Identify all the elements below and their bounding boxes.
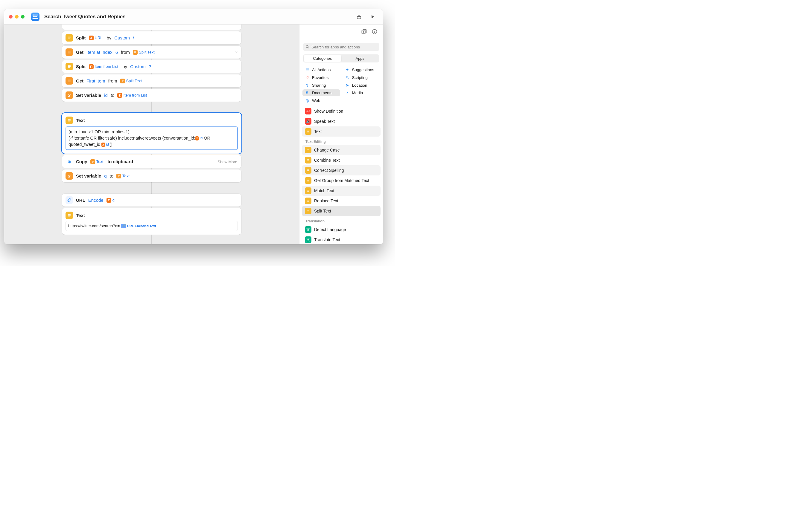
- category-favorites[interactable]: ♡Favorites: [302, 74, 340, 81]
- param-separator-value[interactable]: /: [133, 35, 134, 41]
- param-mode[interactable]: First Item: [86, 78, 105, 83]
- action-item-show-definition[interactable]: AªShow Definition: [302, 107, 381, 116]
- svg-point-0: [33, 14, 34, 16]
- info-button[interactable]: [372, 29, 378, 36]
- segment-apps[interactable]: Apps: [341, 55, 379, 62]
- action-set-variable-id[interactable]: x Set variable id to ◧ Item from List: [62, 89, 242, 102]
- window-title: Search Tweet Quotes and Replies: [44, 14, 126, 20]
- input-token-text[interactable]: Text: [90, 159, 105, 164]
- input-token-item-from-list[interactable]: ◧ Item from List: [117, 93, 148, 98]
- action-item-speak-text[interactable]: 🔊Speak Text: [302, 116, 381, 127]
- workflow-editor[interactable]: Split x URL by Custom / Get Item at Inde…: [4, 25, 299, 244]
- variable-token-url-encoded[interactable]: 🔗URL Encoded Text: [121, 224, 156, 229]
- variable-token-id[interactable]: xid: [101, 142, 108, 147]
- category-all-actions[interactable]: ☰All Actions: [302, 66, 340, 73]
- param-index[interactable]: 6: [116, 50, 118, 55]
- input-token-split-text[interactable]: Split Text: [133, 50, 156, 55]
- text-body-editor[interactable]: (min_faves:1 OR min_replies:1) (-filter:…: [66, 127, 238, 150]
- input-token-item-from-list[interactable]: ◧ Item from List: [89, 64, 120, 69]
- action-get-item-at-index[interactable]: Get Item at Index 6 from Split Text ×: [62, 46, 242, 59]
- group-heading-text-editing: Text Editing: [302, 137, 381, 145]
- app-window: Search Tweet Quotes and Replies Split: [4, 9, 383, 244]
- text-action-icon: [66, 116, 73, 124]
- action-item-text[interactable]: ≡Text: [302, 127, 381, 137]
- svg-point-1: [36, 16, 37, 17]
- minimize-window-button[interactable]: [15, 15, 19, 19]
- action-set-variable-q[interactable]: x Set variable q to Text: [62, 169, 242, 182]
- svg-rect-5: [69, 160, 71, 163]
- action-item-correct-spelling[interactable]: ≡Correct Spelling: [302, 165, 381, 176]
- search-input[interactable]: [303, 43, 379, 51]
- category-sharing[interactable]: ⇧Sharing: [302, 82, 340, 89]
- category-location[interactable]: ➤Location: [343, 82, 380, 89]
- category-media[interactable]: ♪Media: [343, 89, 380, 96]
- action-text-url[interactable]: Text https://twitter.com/search?q= 🔗URL …: [62, 208, 242, 235]
- clipboard-action-icon: [66, 158, 73, 165]
- clear-input-button[interactable]: ×: [235, 50, 238, 55]
- param-separator-type[interactable]: Custom: [130, 64, 146, 69]
- action-item-change-case[interactable]: ≡Change Case: [302, 145, 381, 155]
- titlebar: Search Tweet Quotes and Replies: [4, 9, 383, 25]
- action-item-match-text[interactable]: ≡Match Text: [302, 186, 381, 196]
- category-grid: ☰All Actions ✦Suggestions ♡Favorites ✎Sc…: [300, 65, 383, 107]
- action-item-translate-text[interactable]: 文Translate Text: [302, 235, 381, 244]
- param-separator-type[interactable]: Custom: [114, 35, 130, 41]
- category-documents[interactable]: 🗎Documents: [302, 89, 340, 96]
- svg-point-2: [34, 18, 35, 19]
- param-variable-name[interactable]: q: [104, 174, 106, 179]
- list-action-icon: [66, 77, 73, 85]
- input-token-url[interactable]: x URL: [89, 35, 104, 41]
- action-item-detect-language[interactable]: 文Detect Language: [302, 224, 381, 235]
- action-split-url[interactable]: Split x URL by Custom /: [62, 31, 242, 44]
- action-item-combine-text[interactable]: ≡Combine Text: [302, 155, 381, 165]
- zoom-window-button[interactable]: [21, 15, 25, 19]
- segment-categories[interactable]: Categories: [304, 55, 341, 62]
- category-web[interactable]: ◎Web: [302, 97, 340, 104]
- variable-token-id[interactable]: xid: [195, 136, 203, 141]
- category-suggestions[interactable]: ✦Suggestions: [343, 66, 380, 73]
- category-scripting[interactable]: ✎Scripting: [343, 74, 380, 81]
- param-mode[interactable]: Item at Index: [86, 50, 112, 55]
- library-toggle-button[interactable]: [361, 29, 367, 36]
- text-cursor: [111, 142, 112, 147]
- action-get-first-item[interactable]: Get First Item from Split Text: [62, 74, 242, 87]
- param-encode-mode[interactable]: Encode: [88, 197, 103, 203]
- variable-action-icon: x: [66, 91, 73, 99]
- variable-action-icon: x: [66, 172, 73, 180]
- text-action-icon: [66, 34, 73, 42]
- url-action-icon: [66, 196, 73, 204]
- library-mode-segment[interactable]: Categories Apps: [303, 54, 379, 62]
- action-list[interactable]: AªShow Definition 🔊Speak Text ≡Text Text…: [300, 107, 383, 244]
- group-heading-translation: Translation: [302, 216, 381, 224]
- previous-action-stub: [62, 25, 242, 30]
- run-button[interactable]: [368, 12, 378, 21]
- traffic-lights: [9, 15, 25, 19]
- list-action-icon: [66, 48, 73, 56]
- action-url-encode[interactable]: URL Encode x q: [62, 194, 242, 207]
- input-token-q[interactable]: x q: [106, 198, 116, 203]
- param-separator-value[interactable]: ?: [149, 64, 151, 69]
- action-copy-to-clipboard[interactable]: Copy Text to clipboard Show More: [62, 155, 242, 168]
- action-item-split-text[interactable]: ≡Split Text: [302, 206, 381, 216]
- close-window-button[interactable]: [9, 15, 12, 19]
- shortcut-icon: [31, 12, 40, 21]
- show-more-button[interactable]: Show More: [218, 159, 237, 164]
- share-button[interactable]: [354, 12, 364, 21]
- action-text-query[interactable]: Text (min_faves:1 OR min_replies:1) (-fi…: [62, 113, 242, 154]
- action-label: Split: [76, 35, 86, 41]
- input-token-split-text[interactable]: Split Text: [120, 79, 143, 83]
- action-library-sidebar: Categories Apps ☰All Actions ✦Suggestion…: [299, 25, 383, 244]
- param-variable-name[interactable]: id: [104, 92, 108, 98]
- text-action-icon: [66, 63, 73, 70]
- action-item-replace-text[interactable]: ≡Replace Text: [302, 196, 381, 206]
- sidebar-toolbar: [300, 25, 383, 40]
- text-body[interactable]: https://twitter.com/search?q= 🔗URL Encod…: [66, 221, 238, 231]
- input-token-text[interactable]: Text: [117, 174, 131, 179]
- action-split-item[interactable]: Split ◧ Item from List by Custom ?: [62, 60, 242, 73]
- text-action-icon: [66, 212, 73, 219]
- action-item-get-group[interactable]: ≡Get Group from Matched Text: [302, 176, 381, 186]
